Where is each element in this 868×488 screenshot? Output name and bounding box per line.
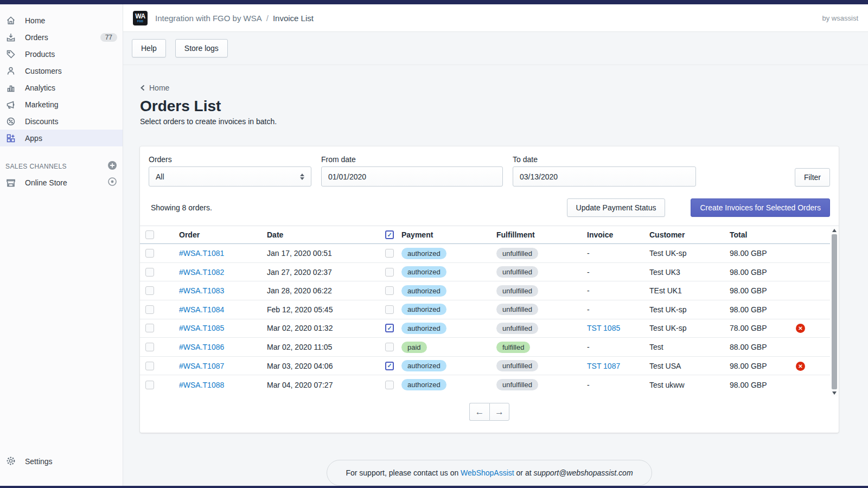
col-date: Date (267, 230, 385, 239)
app-logo-icon: WA FGO (133, 11, 148, 25)
fulfillment-status-badge: unfulfilled (496, 323, 538, 334)
order-date: Mar 02, 2020 01:32 (267, 324, 385, 332)
update-payment-status-button[interactable]: Update Payment Status (567, 198, 666, 217)
from-date-label: From date (321, 155, 503, 164)
scroll-up-icon[interactable] (832, 229, 837, 232)
table-row[interactable]: #WSA.T1082 Jan 27, 2020 02:37 authorized… (140, 263, 830, 282)
customer-cell: Test (649, 343, 730, 351)
row-checkbox[interactable] (145, 343, 154, 351)
col-total: Total (730, 230, 796, 239)
invoice-link[interactable]: TST 1087 (587, 362, 649, 370)
from-date-input[interactable]: 01/01/2020 (321, 166, 503, 187)
app-toolbar: Help Store logs (123, 32, 868, 65)
order-link[interactable]: #WSA.T1086 (179, 343, 267, 351)
sidebar-item-customers[interactable]: Customers (0, 62, 123, 79)
invoice-cell: - (587, 305, 649, 314)
total-cell: 98.00 GBP (730, 286, 796, 295)
sidebar-item-analytics[interactable]: Analytics (0, 79, 123, 96)
breadcrumb-separator: / (266, 14, 269, 23)
row-checkbox[interactable] (145, 286, 154, 295)
order-date: Jan 17, 2020 00:51 (267, 249, 385, 258)
scrollbar-thumb[interactable] (832, 234, 837, 389)
store-logs-button[interactable]: Store logs (175, 39, 228, 57)
order-date: Jan 28, 2020 06:22 (267, 286, 385, 295)
table-header-row: Order Date Payment Fulfillment Invoice C… (140, 226, 830, 244)
table-row[interactable]: #WSA.T1081 Jan 17, 2020 00:51 authorized… (140, 244, 830, 263)
help-button[interactable]: Help (132, 39, 166, 57)
orders-select[interactable]: All (149, 166, 311, 187)
order-link[interactable]: #WSA.T1085 (179, 324, 267, 332)
view-store-eye-icon[interactable] (107, 177, 117, 188)
row-checkbox[interactable] (145, 305, 154, 314)
select-all-checkbox[interactable] (145, 230, 154, 239)
payment-checkbox[interactable] (385, 286, 394, 295)
invoice-cell: - (587, 286, 649, 295)
payment-checkbox[interactable] (385, 381, 394, 389)
table-row[interactable]: #WSA.T1087 Mar 03, 2020 04:06 authorized… (140, 357, 830, 376)
col-invoice: Invoice (587, 230, 649, 239)
sidebar-item-settings[interactable]: Settings (0, 452, 123, 471)
payment-select-all-checkbox[interactable] (385, 230, 394, 239)
order-link[interactable]: #WSA.T1081 (179, 249, 267, 258)
webshopassist-link[interactable]: WebShopAssist (461, 468, 514, 477)
payment-checkbox[interactable] (385, 268, 394, 277)
sidebar-item-orders[interactable]: Orders 77 (0, 29, 123, 46)
fulfillment-status-badge: unfulfilled (496, 304, 538, 315)
row-checkbox[interactable] (145, 249, 154, 258)
pagination: ← → (140, 394, 839, 433)
invoice-link[interactable]: TST 1085 (587, 324, 649, 332)
payment-checkbox[interactable] (385, 249, 394, 258)
table-row[interactable]: #WSA.T1085 Mar 02, 2020 01:32 authorized… (140, 319, 830, 338)
invoice-cell: - (587, 381, 649, 389)
sidebar-item-online-store[interactable]: Online Store (0, 174, 123, 191)
payment-checkbox[interactable] (385, 324, 394, 332)
sidebar-item-apps[interactable]: Apps (0, 130, 123, 146)
sidebar-item-label: Orders (25, 33, 48, 42)
sidebar-item-label: Customers (25, 67, 62, 75)
row-checkbox[interactable] (145, 268, 154, 277)
invoice-cell: - (587, 343, 649, 351)
add-sales-channel-icon[interactable] (107, 160, 117, 172)
gear-icon (5, 455, 16, 468)
tag-icon (5, 49, 16, 60)
page-title: Orders List (140, 98, 839, 115)
next-page-button[interactable]: → (489, 403, 509, 421)
payment-checkbox[interactable] (385, 343, 394, 351)
filter-button[interactable]: Filter (795, 168, 830, 187)
table-row[interactable]: #WSA.T1088 Mar 04, 2020 07:27 authorized… (140, 375, 830, 394)
col-fulfillment: Fulfillment (496, 230, 587, 239)
sidebar-item-discounts[interactable]: Discounts (0, 113, 123, 130)
payment-checkbox[interactable] (385, 305, 394, 314)
sidebar-item-home[interactable]: Home (0, 12, 123, 29)
order-link[interactable]: #WSA.T1087 (179, 362, 267, 370)
table-row[interactable]: #WSA.T1084 Feb 12, 2020 05:45 authorized… (140, 300, 830, 319)
to-date-input[interactable]: 03/13/2020 (513, 166, 696, 187)
row-checkbox[interactable] (145, 381, 154, 389)
order-link[interactable]: #WSA.T1082 (179, 268, 267, 277)
order-link[interactable]: #WSA.T1084 (179, 305, 267, 314)
scroll-down-icon[interactable] (832, 391, 837, 395)
orders-card: Orders All From date 01/01/2020 To da (140, 146, 839, 433)
fulfillment-status-badge: fulfilled (496, 342, 530, 353)
sidebar-item-label: Marketing (25, 100, 58, 109)
table-row[interactable]: #WSA.T1086 Mar 02, 2020 11:05 paid fulfi… (140, 338, 830, 357)
order-link[interactable]: #WSA.T1088 (179, 381, 267, 389)
page-subtitle: Select orders to create invoices in batc… (140, 117, 839, 126)
payment-status-badge: authorized (401, 266, 446, 278)
analytics-icon (5, 82, 16, 93)
orders-icon (5, 32, 16, 43)
row-checkbox[interactable] (145, 362, 154, 370)
prev-page-button[interactable]: ← (469, 403, 489, 421)
breadcrumb-home[interactable]: Home (140, 84, 839, 92)
payment-checkbox[interactable] (385, 362, 394, 370)
row-checkbox[interactable] (145, 324, 154, 332)
order-link[interactable]: #WSA.T1083 (179, 286, 267, 295)
table-row[interactable]: #WSA.T1083 Jan 28, 2020 06:22 authorized… (140, 281, 830, 300)
col-payment: Payment (401, 230, 433, 239)
table-scrollbar[interactable] (831, 227, 838, 396)
col-customer: Customer (649, 230, 730, 239)
sidebar-item-products[interactable]: Products (0, 46, 123, 62)
sidebar-item-marketing[interactable]: Marketing (0, 96, 123, 113)
orders-select-label: Orders (149, 155, 311, 164)
create-invoices-button[interactable]: Create Invoices for Selected Orders (691, 198, 830, 217)
